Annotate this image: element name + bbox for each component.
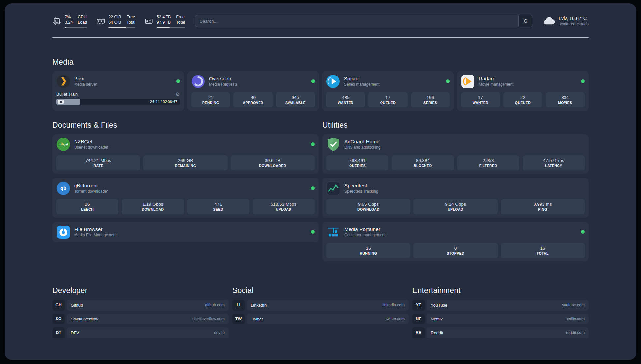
status-dot (176, 79, 180, 83)
pause-icon[interactable] (58, 100, 64, 104)
status-dot (311, 79, 315, 83)
section-title-entertainment: Entertainment (412, 286, 589, 295)
qbittorrent-icon: qb (56, 181, 70, 195)
bookmark-abbr: NF (412, 314, 425, 324)
service-subtitle: Torrent downloader (74, 189, 108, 194)
bookmark-reddit[interactable]: RE Reddit reddit.com (412, 327, 589, 338)
stat-wanted: 485WANTED (326, 92, 365, 107)
service-card-filebrowser[interactable]: File Browser Media File Management (52, 222, 319, 242)
service-card-sonarr[interactable]: Sonarr Series management 485WANTED 17QUE… (322, 71, 454, 111)
bookmark-stackoverflow[interactable]: SO StackOverflow stackoverflow.com (52, 314, 229, 324)
bookmark-linkedin[interactable]: LI LinkedIn linkedin.com (232, 300, 409, 311)
bookmark-name: StackOverflow (71, 317, 98, 321)
service-title: AdGuard Home (344, 139, 380, 144)
service-card-radarr[interactable]: Radarr Movie management 17WANTED 22QUEUE… (457, 71, 589, 111)
stat-movies: 834MOVIES (546, 92, 585, 107)
sonarr-icon (326, 75, 340, 88)
playback-time: 24:44 / 02:06:47 (150, 100, 177, 104)
search-input[interactable] (195, 15, 518, 27)
status-dot (311, 142, 315, 146)
now-playing-title: Bullet Train (56, 92, 78, 97)
bookmark-name: Netflix (431, 317, 443, 321)
stat-rate: 744.21 MbpsRATE (56, 155, 140, 170)
memory-progress-bar (108, 27, 135, 28)
service-title: Sonarr (344, 76, 379, 81)
nzbget-icon: nzbget (56, 137, 70, 151)
cpu-usage-value: 7% (65, 15, 73, 20)
service-title: Plex (74, 76, 97, 81)
service-subtitle: Series management (344, 82, 379, 87)
bookmark-url: github.com (205, 303, 225, 307)
stat-downloaded: 39.6 TBDOWNLOADED (231, 155, 315, 170)
service-subtitle: Media Requests (209, 82, 238, 87)
section-title-developer: Developer (52, 286, 229, 295)
service-subtitle: Speedtest Tracking (344, 189, 378, 194)
service-card-overseerr[interactable]: Overseerr Media Requests 21PENDING 40APP… (187, 71, 319, 111)
service-subtitle: Movie management (479, 82, 513, 87)
bookmark-abbr: TW (232, 314, 245, 324)
section-title-documents: Documents & Files (52, 121, 319, 130)
section-title-social: Social (232, 286, 409, 295)
status-dot (581, 230, 585, 234)
bookmark-netflix[interactable]: NF Netflix netflix.com (412, 314, 589, 324)
stat-filtered: 2,953FILTERED (457, 155, 519, 170)
service-card-plex[interactable]: Plex Media server Bullet Train ⚙ (52, 71, 184, 111)
service-card-portainer[interactable]: Media Portainer Container management 16R… (322, 222, 589, 261)
stat-blocked: 86,384BLOCKED (392, 155, 454, 170)
adguard-icon (326, 137, 340, 151)
memory-free-value: 22 GiB (108, 15, 121, 20)
stat-series: 196SERIES (411, 92, 450, 107)
svg-text:qb: qb (60, 186, 66, 191)
bookmark-group-entertainment: Entertainment YT YouTube youtube.com NF … (412, 286, 589, 341)
status-dot (446, 79, 450, 83)
bookmark-url: netflix.com (566, 317, 585, 321)
disk-resource-widget: 52.4 TB 97.9 TB Free Total (144, 15, 185, 28)
stat-upload: 618.52 MbpsUPLOAD (253, 199, 315, 214)
memory-resource-widget: 22 GiB 64 GiB Free Total (96, 15, 135, 28)
bookmark-abbr: GH (52, 300, 65, 311)
stat-remaining: 266 GBREMAINING (143, 155, 227, 170)
speedtest-icon (326, 181, 340, 195)
bookmark-url: twitter.com (386, 317, 405, 321)
resource-widgets: 7% 3.24 CPU Load (52, 15, 185, 28)
stat-queries: 498,461QUERIES (326, 155, 388, 170)
disk-free-value: 52.4 TB (157, 15, 171, 20)
bookmark-url: youtube.com (562, 303, 585, 307)
cpu-load-label: Load (78, 20, 87, 25)
bookmark-group-developer: Developer GH Github github.com SO StackO… (52, 286, 229, 341)
service-card-nzbget[interactable]: nzbget NZBGet Usenet downloader 744.21 M… (52, 134, 319, 174)
dashboard: 7% 3.24 CPU Load (5, 3, 636, 360)
stat-ping: 0.993 msPING (501, 199, 585, 214)
stat-available: 945AVAILABLE (276, 92, 315, 107)
section-title-media: Media (52, 58, 589, 67)
stat-upload: 9.24 GbpsUPLOAD (413, 199, 497, 214)
service-card-adguard[interactable]: AdGuard Home DNS and adblocking 498,461Q… (322, 134, 589, 174)
weather-condition: scattered clouds (559, 22, 589, 26)
weather-widget[interactable]: Lviv, 16.87°C scattered clouds (543, 15, 589, 27)
search-provider-button[interactable]: G (518, 15, 533, 27)
service-card-qbittorrent[interactable]: qb qBittorrent Torrent downloader 16LEEC… (52, 178, 319, 218)
topbar: 7% 3.24 CPU Load (52, 15, 589, 28)
bookmark-abbr: RE (412, 327, 425, 338)
disk-progress-bar (157, 27, 185, 28)
cpu-load-value: 3.24 (65, 20, 73, 25)
memory-icon (96, 17, 105, 26)
service-subtitle: Container management (344, 233, 385, 237)
bookmark-twitter[interactable]: TW Twitter twitter.com (232, 314, 409, 324)
memory-total-label: Total (126, 20, 135, 25)
memory-free-label: Free (126, 15, 135, 20)
gear-icon[interactable]: ⚙ (176, 92, 180, 97)
stat-pending: 21PENDING (191, 92, 230, 107)
stat-download: 9.65 GbpsDOWNLOAD (326, 199, 410, 214)
stat-seed: 471SEED (187, 199, 249, 214)
bookmark-youtube[interactable]: YT YouTube youtube.com (412, 300, 589, 311)
service-title: File Browser (74, 227, 117, 232)
bookmark-dev[interactable]: DT DEV dev.to (52, 327, 229, 338)
bookmark-name: LinkedIn (251, 303, 267, 308)
bookmark-github[interactable]: GH Github github.com (52, 300, 229, 311)
bookmark-group-social: Social LI LinkedIn linkedin.com TW Twitt… (232, 286, 409, 327)
service-card-speedtest[interactable]: Speedtest Speedtest Tracking 9.65 GbpsDO… (322, 178, 589, 218)
bookmark-abbr: LI (232, 300, 245, 311)
disk-total-value: 97.9 TB (157, 20, 171, 25)
cpu-icon (52, 17, 61, 26)
